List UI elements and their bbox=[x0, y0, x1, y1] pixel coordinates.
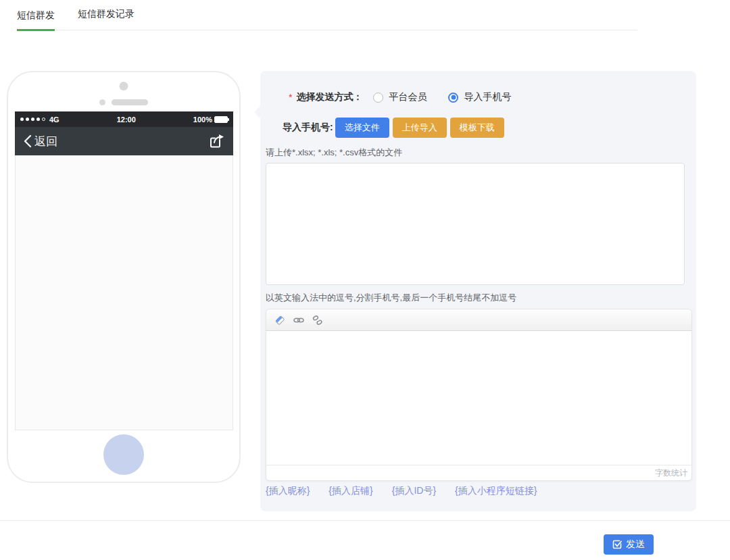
send-method-row: * 选择发送方式： 平台会员 导入手机号 bbox=[289, 91, 533, 103]
insert-id-link[interactable]: {插入ID号} bbox=[392, 485, 436, 497]
required-asterisk: * bbox=[289, 92, 292, 103]
insert-shop-link[interactable]: {插入店铺} bbox=[328, 485, 372, 497]
battery-indicator: 100% bbox=[193, 116, 228, 124]
phone-speaker-dot bbox=[99, 99, 105, 105]
phone-preview: 4G 12:00 100% 返回 bbox=[7, 71, 241, 483]
link-icon[interactable] bbox=[293, 314, 305, 326]
tab-sms-bulk-send-records[interactable]: 短信群发记录 bbox=[78, 0, 135, 30]
message-editor: 字数统计 bbox=[266, 309, 692, 481]
unlink-icon[interactable] bbox=[312, 314, 324, 326]
share-icon[interactable] bbox=[209, 133, 225, 149]
back-label: 返回 bbox=[34, 134, 57, 149]
signal-strength-icon: 4G bbox=[20, 116, 59, 124]
comma-separator-hint: 以英文输入法中的逗号,分割手机号,最后一个手机号结尾不加逗号 bbox=[266, 292, 516, 304]
message-content-input[interactable] bbox=[266, 331, 691, 465]
battery-icon bbox=[214, 116, 228, 123]
tabs-bar: 短信群发 短信群发记录 bbox=[17, 0, 637, 30]
panel-callout-arrow bbox=[254, 105, 261, 119]
upload-format-hint: 请上传*.xlsx; *.xls; *.csv格式的文件 bbox=[266, 147, 402, 159]
phone-speaker-bar bbox=[112, 99, 148, 105]
send-method-label: 选择发送方式： bbox=[296, 91, 362, 103]
tab-sms-bulk-send[interactable]: 短信群发 bbox=[17, 1, 55, 31]
radio-platform-member-label: 平台会员 bbox=[389, 91, 427, 103]
eraser-icon[interactable] bbox=[274, 314, 286, 326]
insert-miniprogram-shortlink-link[interactable]: {插入小程序短链接} bbox=[455, 485, 537, 497]
editor-status-bar: 字数统计 bbox=[266, 465, 691, 480]
choose-file-button[interactable]: 选择文件 bbox=[335, 118, 389, 138]
word-count-label: 字数统计 bbox=[655, 467, 687, 479]
radio-import-phone[interactable]: 导入手机号 bbox=[448, 91, 511, 103]
send-check-icon bbox=[612, 540, 622, 549]
insert-nickname-link[interactable]: {插入昵称} bbox=[266, 485, 310, 497]
network-type-label: 4G bbox=[49, 116, 59, 124]
editor-toolbar bbox=[266, 309, 691, 331]
send-button-label: 发送 bbox=[626, 538, 645, 551]
battery-percent-label: 100% bbox=[193, 116, 212, 124]
radio-import-phone-label: 导入手机号 bbox=[464, 91, 511, 103]
import-phone-label: 导入手机号: bbox=[283, 122, 333, 134]
clock-label: 12:00 bbox=[117, 116, 136, 124]
radio-platform-member[interactable]: 平台会员 bbox=[373, 91, 427, 103]
send-button[interactable]: 发送 bbox=[604, 534, 654, 555]
import-phone-row: 导入手机号: 选择文件 上传导入 模板下载 bbox=[283, 118, 508, 138]
phone-screen: 4G 12:00 100% 返回 bbox=[15, 111, 233, 430]
template-download-button[interactable]: 模板下载 bbox=[450, 118, 504, 138]
sms-compose-panel: * 选择发送方式： 平台会员 导入手机号 导入手机号: 选择文件 上传导入 模板… bbox=[260, 71, 696, 511]
footer-divider bbox=[0, 520, 730, 521]
radio-circle-icon bbox=[373, 93, 383, 103]
phone-nav-bar: 返回 bbox=[15, 127, 233, 155]
phone-status-bar: 4G 12:00 100% bbox=[15, 111, 233, 127]
phone-speaker bbox=[99, 99, 148, 105]
upload-import-button[interactable]: 上传导入 bbox=[393, 118, 447, 138]
back-button[interactable]: 返回 bbox=[23, 134, 57, 149]
radio-circle-checked-icon bbox=[448, 93, 458, 103]
phone-numbers-textarea[interactable] bbox=[266, 163, 685, 285]
chevron-left-icon bbox=[23, 134, 32, 148]
insert-placeholder-links: {插入昵称} {插入店铺} {插入ID号} {插入小程序短链接} bbox=[266, 485, 537, 497]
phone-camera-dot bbox=[120, 82, 128, 91]
phone-home-button[interactable] bbox=[103, 434, 144, 475]
phone-message-preview-area bbox=[15, 155, 233, 430]
